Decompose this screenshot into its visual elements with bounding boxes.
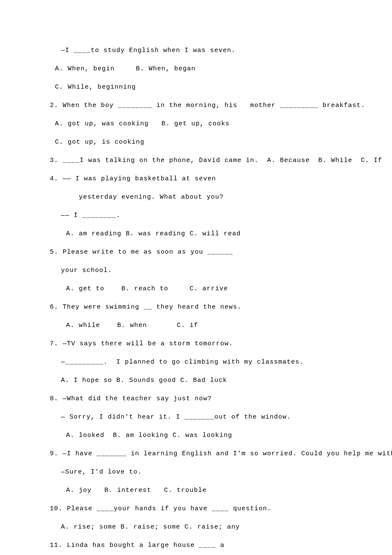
text-line: —Sure, I'd love to.	[50, 468, 345, 477]
text-line: A. rise; some B. raise; some C. raise; a…	[50, 523, 345, 532]
text-line: 5. Please write to me as soon as you ___…	[50, 248, 345, 257]
text-line: A. while B. when C. if	[50, 321, 345, 330]
text-line: 10. Please ____your hands if you have __…	[50, 504, 345, 513]
text-line: 6. They were swimming __ they heard the …	[50, 303, 345, 312]
text-line: your school.	[50, 266, 345, 275]
text-line: A. got up, was cooking B. get up, cooks	[50, 119, 345, 128]
text-line: yesterday evening. What about you?	[50, 193, 345, 202]
text-line: A. am reading B. was reading C. will rea…	[50, 229, 345, 238]
text-line: C. got up, is cooking	[50, 138, 345, 147]
text-line: —I ____to study English when I was seven…	[50, 46, 345, 55]
text-line: —— I ________.	[50, 211, 345, 220]
text-line: 7. —TV says there will be a storm tomorr…	[50, 339, 345, 348]
document-page: —I ____to study English when I was seven…	[0, 0, 392, 555]
text-line: A. joy B. interest C. trouble	[50, 486, 345, 495]
text-line: A. looked B. am looking C. was looking	[50, 431, 345, 440]
text-line: 8. —What did the teacher say just now?	[50, 394, 345, 403]
text-line: 3. ____I was talking on the phone, David…	[50, 156, 345, 165]
text-line: C. While, beginning	[50, 83, 345, 92]
text-line: A. I hope so B. Sounds good C. Bad luck	[50, 376, 345, 385]
text-line: 4. —— I was playing basketball at seven	[50, 174, 345, 183]
text-line: 2. When the boy ________ in the morning,…	[50, 101, 345, 110]
text-line: — Sorry, I didn't hear it. I _______out …	[50, 413, 345, 422]
text-line: A. get to B. reach to C. arrive	[50, 284, 345, 293]
text-line: 9. —I have _______ in learning English a…	[50, 449, 345, 458]
text-line: —_________. I planned to go climbing wit…	[50, 358, 345, 367]
text-line: 11. Linda has bought a large house ____ …	[50, 541, 345, 550]
text-line: A. When, begin B. When, began	[50, 64, 345, 73]
